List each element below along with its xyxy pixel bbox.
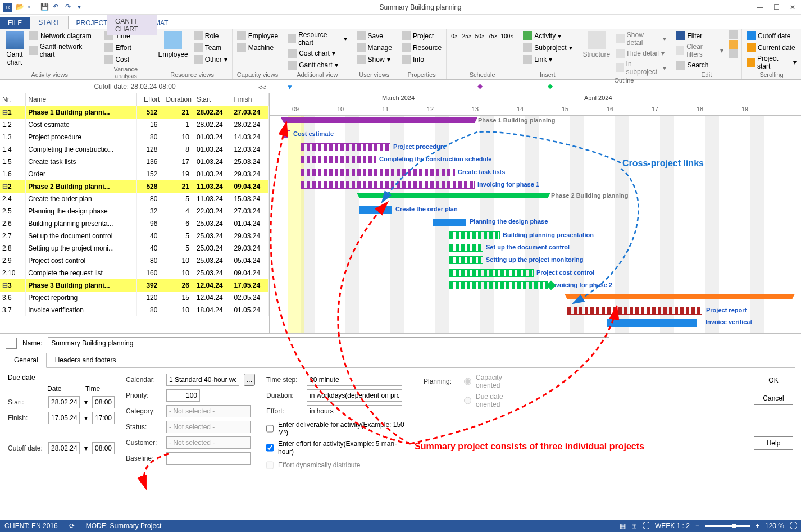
col-nr[interactable]: Nr.: [0, 93, 26, 106]
gantt-network-chart-button[interactable]: Gantt-network chart: [28, 42, 95, 59]
clear-filters-button[interactable]: Clear filters ▾: [675, 42, 725, 59]
gantt-bar[interactable]: Completing the construction schedule: [301, 156, 376, 163]
cutoff-date-input[interactable]: [48, 442, 80, 454]
schedule-100-button[interactable]: 100×: [500, 30, 515, 42]
resource-chart-button[interactable]: Resource chart ▾: [286, 30, 348, 47]
col-name[interactable]: Name: [26, 93, 136, 106]
gantt-bar[interactable]: Setting up the project monitoring: [449, 256, 483, 264]
search-button[interactable]: Search: [675, 60, 725, 71]
status-refresh-icon[interactable]: ⟳: [69, 522, 75, 530]
table-row[interactable]: 1.5 Create task lists 136 17 01.03.24 25…: [0, 156, 269, 168]
table-row[interactable]: 2.5 Planning the design phase 32 4 22.03…: [0, 205, 269, 217]
capacity-employee-button[interactable]: Employee: [236, 30, 279, 42]
table-row[interactable]: 1.3 Project procedure 80 10 01.03.24 14.…: [0, 131, 269, 143]
cancel-button[interactable]: Cancel: [754, 392, 793, 405]
resource-other-button[interactable]: Other ▾: [193, 54, 229, 65]
schedule-0-button[interactable]: 0×: [450, 30, 458, 42]
name-input[interactable]: [48, 337, 609, 349]
tab-file[interactable]: FILE: [0, 17, 30, 29]
table-row[interactable]: 3.6 Project reporting 120 15 12.04.24 02…: [0, 292, 269, 304]
table-row[interactable]: ⊟1 Phase 1 Building planni... 512 21 28.…: [0, 106, 269, 119]
minimize-button[interactable]: —: [757, 3, 763, 11]
open-icon[interactable]: 📂: [16, 3, 25, 12]
gantt-bar[interactable]: Create the order plan: [359, 206, 392, 214]
status-expand-icon[interactable]: ⛶: [790, 522, 797, 530]
priority-input[interactable]: [166, 389, 200, 402]
duration-select[interactable]: [307, 389, 402, 402]
table-row[interactable]: 2.9 Project cost control 80 10 25.03.24 …: [0, 254, 269, 267]
table-row[interactable]: 2.8 Setting up the project moni... 40 5 …: [0, 242, 269, 254]
scroll-project-start-button[interactable]: Project start ▾: [745, 54, 798, 71]
table-row[interactable]: 2.7 Set up the document control 40 5 25.…: [0, 230, 269, 242]
zoom-out-button[interactable]: −: [695, 522, 699, 530]
col-start[interactable]: Start: [194, 93, 231, 106]
save-icon[interactable]: 💾: [40, 3, 49, 12]
edit-extra-icon-2[interactable]: [729, 40, 738, 49]
help-button[interactable]: Help: [754, 436, 793, 450]
maximize-button[interactable]: ☐: [773, 3, 780, 11]
gantt-bar[interactable]: Planning the design phase: [433, 219, 466, 226]
folder-icon[interactable]: ▫: [28, 3, 37, 12]
redo-icon[interactable]: ↷: [65, 3, 74, 12]
table-row[interactable]: 2.4 Create the order plan 80 5 11.03.24 …: [0, 193, 269, 205]
props-resource-button[interactable]: Resource: [400, 42, 443, 53]
finish-date-input[interactable]: [48, 412, 80, 424]
col-effort[interactable]: Effort: [136, 93, 162, 106]
tab-general[interactable]: General: [6, 353, 47, 368]
table-row[interactable]: 3.7 Invoice verification 80 10 18.04.24 …: [0, 304, 269, 316]
schedule-75-button[interactable]: 75×: [487, 30, 499, 42]
cost-chart-button[interactable]: Cost chart ▾: [286, 48, 348, 59]
status-icon-2[interactable]: ⊞: [631, 522, 637, 530]
gantt-chart-button[interactable]: Gantt chart: [3, 30, 26, 67]
start-time-input[interactable]: [92, 396, 115, 408]
resource-employee-button[interactable]: Employee: [156, 30, 190, 60]
network-diagram-button[interactable]: Network diagram: [28, 30, 95, 42]
effort-select[interactable]: [307, 405, 402, 417]
zoom-in-button[interactable]: +: [756, 522, 759, 530]
status-select[interactable]: [166, 421, 251, 433]
gantt-chart-add-button[interactable]: Gantt chart ▾: [286, 60, 348, 71]
calendar-select[interactable]: [166, 374, 239, 386]
col-finish[interactable]: Finish: [231, 93, 269, 106]
category-select[interactable]: [166, 405, 251, 417]
col-duration[interactable]: Duration: [162, 93, 194, 106]
variance-effort-button[interactable]: Effort: [103, 42, 132, 53]
gantt-bar[interactable]: Invoicing for phase 2: [449, 281, 548, 289]
gantt-bar[interactable]: [567, 294, 792, 299]
gantt-bar[interactable]: Invoicing for phase 1: [301, 181, 475, 189]
scroll-current-button[interactable]: Current date: [745, 42, 798, 53]
user-manage-button[interactable]: Manage: [356, 42, 393, 53]
table-row[interactable]: ⊟2 Phase 2 Building planni... 528 21 11.…: [0, 180, 269, 193]
edit-extra-icon-1[interactable]: [729, 30, 738, 39]
insert-link-button[interactable]: Link ▾: [522, 54, 573, 65]
capacity-machine-button[interactable]: Machine: [236, 42, 279, 53]
table-row[interactable]: 1.2 Cost estimate 16 1 28.02.24 28.02.24: [0, 119, 269, 131]
gantt-bar[interactable]: Project procedure: [301, 143, 390, 151]
collapse-grid-icon[interactable]: <<: [258, 84, 266, 92]
gantt-bar[interactable]: Phase 2 Building planning: [359, 193, 548, 198]
baseline-select[interactable]: [166, 452, 251, 465]
qat-dropdown-icon[interactable]: ▾: [78, 3, 87, 12]
gantt-bar[interactable]: Cost estimate: [284, 130, 290, 138]
scroll-cutoff-button[interactable]: Cutoff date: [745, 30, 798, 42]
table-row[interactable]: 2.10 Complete the request list 160 10 25…: [0, 267, 269, 279]
edit-extra-icon-3[interactable]: [729, 49, 738, 58]
context-tab-gantt-chart[interactable]: GANTT CHART: [107, 15, 157, 35]
table-row[interactable]: 1.6 Order 152 19 01.03.24 29.03.24: [0, 168, 269, 180]
gantt-bar[interactable]: Set up the document control: [449, 244, 483, 252]
customer-select[interactable]: [166, 436, 251, 449]
gantt-bar[interactable]: Building planning presentation: [449, 231, 500, 239]
tab-headers-footers[interactable]: Headers and footers: [47, 353, 125, 367]
gantt-bar[interactable]: Project report: [567, 307, 702, 315]
gantt-bar[interactable]: Create task lists: [301, 169, 455, 176]
schedule-50-button[interactable]: 50×: [474, 30, 486, 42]
deliverable-checkbox[interactable]: [266, 422, 274, 435]
expand-icon[interactable]: ⊟: [2, 108, 8, 116]
undo-icon[interactable]: ↶: [53, 3, 62, 12]
gantt-bar[interactable]: Project cost control: [449, 269, 534, 277]
effort-activity-checkbox[interactable]: [266, 442, 274, 454]
hide-detail-button[interactable]: Hide detail ▾: [615, 48, 667, 59]
user-save-button[interactable]: Save: [356, 30, 393, 42]
table-row[interactable]: 1.4 Completing the constructio... 128 8 …: [0, 143, 269, 156]
finish-time-input[interactable]: [92, 412, 115, 424]
